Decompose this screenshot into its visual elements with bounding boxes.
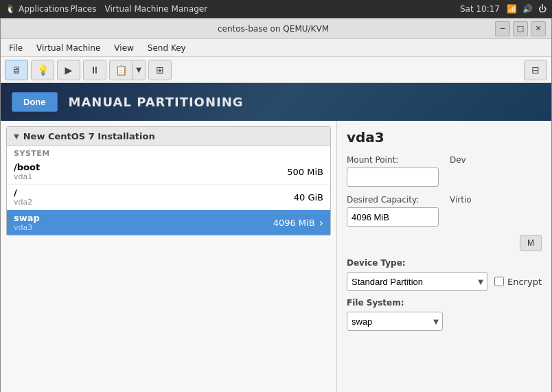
partition-item-swap[interactable]: swap vda3 4096 MiB › — [7, 210, 330, 235]
device-boot: vda1 — [14, 172, 40, 181]
menubar: File Virtual Machine View Send Key — [1, 39, 551, 57]
capacity-row: Desired Capacity: Virtio — [347, 195, 542, 227]
main-content: ▼ New CentOS 7 Installation SYSTEM /boot… — [1, 121, 551, 392]
play-button[interactable]: ▶ — [57, 60, 80, 80]
snapshot-button[interactable]: 📋 — [109, 60, 133, 80]
sound-icon: 🔊 — [522, 4, 533, 14]
virtio-label: Virtio — [450, 195, 542, 205]
device-type-select-wrapper: Standard Partition LVM LVM Thin Provisio… — [347, 272, 487, 291]
mount-point-group: Mount Point: — [347, 155, 439, 187]
menu-send-key[interactable]: Send Key — [142, 42, 192, 54]
encrypt-wrapper: Encrypt — [494, 277, 542, 287]
details-button[interactable]: 💡 — [31, 60, 54, 80]
pause-button[interactable]: ⏸ — [83, 60, 106, 80]
device-swap: vda3 — [14, 223, 40, 232]
dev-label: Dev — [450, 155, 542, 165]
filesystem-select-wrapper: swap ext4 ext3 xfs ▼ — [347, 312, 443, 331]
mount-point-input[interactable] — [347, 168, 439, 187]
group-header[interactable]: ▼ New CentOS 7 Installation — [7, 127, 330, 146]
size-swap: 4096 MiB — [273, 218, 315, 228]
left-panel: ▼ New CentOS 7 Installation SYSTEM /boot… — [1, 121, 337, 392]
update-settings-button[interactable]: M — [520, 235, 542, 251]
mount-boot: /boot — [14, 162, 40, 172]
swap-arrow-icon: › — [319, 216, 323, 229]
done-button[interactable]: Done — [12, 92, 58, 112]
menu-file[interactable]: File — [3, 42, 28, 54]
desired-capacity-label: Desired Capacity: — [347, 195, 439, 205]
resize-button[interactable]: ⊟ — [524, 60, 547, 80]
display-button[interactable]: 🖥 — [5, 60, 28, 80]
installation-group: ▼ New CentOS 7 Installation SYSTEM /boot… — [6, 126, 331, 236]
network-icon: 📶 — [507, 4, 517, 14]
desired-capacity-group: Desired Capacity: — [347, 195, 439, 227]
mount-swap: swap — [14, 213, 40, 223]
vmm-menu[interactable]: Virtual Machine Manager — [104, 4, 207, 14]
menu-view[interactable]: View — [108, 42, 139, 54]
device-type-row: Standard Partition LVM LVM Thin Provisio… — [347, 272, 542, 291]
size-root: 40 GiB — [294, 192, 323, 203]
partition-header: Done MANUAL PARTITIONING — [1, 83, 551, 121]
fullscreen-button[interactable]: ⊞ — [148, 60, 172, 80]
size-boot: 500 MiB — [287, 167, 323, 177]
desired-capacity-input[interactable] — [347, 207, 439, 227]
page-title: MANUAL PARTITIONING — [69, 95, 244, 109]
device-root: vda2 — [14, 198, 32, 207]
power-icon[interactable]: ⏻ — [538, 4, 547, 14]
mount-root: / — [14, 187, 32, 198]
system-time: Sat 10:17 — [460, 4, 500, 14]
applications-menu[interactable]: 🐧 Applications — [5, 4, 69, 14]
window-controls[interactable]: ─ □ ✕ — [495, 21, 546, 36]
main-window: centos-base on QEMU/KVM ─ □ ✕ File Virtu… — [0, 18, 552, 392]
window-title: centos-base on QEMU/KVM — [51, 24, 495, 34]
partition-item-root[interactable]: / vda2 40 GiB — [7, 185, 330, 210]
restore-button[interactable]: □ — [513, 21, 528, 36]
partition-item-boot[interactable]: /boot vda1 500 MiB — [7, 159, 330, 185]
group-collapse-icon: ▼ — [14, 132, 19, 140]
encrypt-checkbox[interactable] — [494, 277, 504, 286]
places-menu[interactable]: Places — [70, 4, 96, 14]
filesystem-label: File System: — [347, 298, 542, 308]
virtio-group: Virtio — [450, 195, 542, 227]
device-type-label: Device Type: — [347, 258, 542, 268]
partition-name-title: vda3 — [347, 129, 542, 146]
toolbar: 🖥 💡 ▶ ⏸ 📋 ▼ ⊞ ⊟ — [1, 57, 551, 83]
device-type-select[interactable]: Standard Partition LVM LVM Thin Provisio… — [347, 272, 487, 291]
menu-virtual-machine[interactable]: Virtual Machine — [31, 42, 106, 54]
minimize-button[interactable]: ─ — [495, 21, 510, 36]
filesystem-row: swap ext4 ext3 xfs ▼ — [347, 312, 542, 331]
fedora-icon: 🐧 — [5, 4, 16, 14]
system-section-label: SYSTEM — [7, 146, 330, 159]
mount-device-row: Mount Point: Dev — [347, 155, 542, 187]
close-button[interactable]: ✕ — [531, 21, 546, 36]
right-panel: vda3 Mount Point: Dev Desired Capacity: — [337, 121, 551, 392]
mount-point-label: Mount Point: — [347, 155, 439, 165]
encrypt-label: Encrypt — [507, 277, 542, 287]
group-title: New CentOS 7 Installation — [23, 131, 155, 141]
dev-group: Dev — [450, 155, 542, 187]
system-bar: 🐧 Applications Places Virtual Machine Ma… — [0, 0, 552, 18]
window-titlebar: centos-base on QEMU/KVM ─ □ ✕ — [1, 19, 551, 39]
filesystem-select[interactable]: swap ext4 ext3 xfs — [347, 312, 443, 331]
applications-label[interactable]: Applications — [19, 4, 69, 14]
snapshot-dropdown[interactable]: ▼ — [132, 60, 146, 80]
system-tray: 📶 🔊 ⏻ — [507, 4, 547, 14]
